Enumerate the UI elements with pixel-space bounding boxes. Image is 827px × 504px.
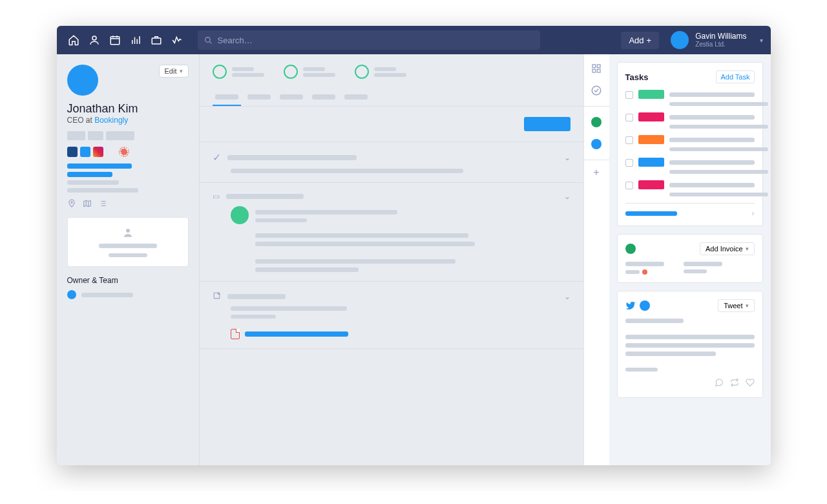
activity-icon[interactable] — [168, 31, 186, 49]
team-member-avatar[interactable] — [67, 290, 76, 299]
task-checkbox[interactable] — [625, 159, 633, 167]
text-placeholder — [669, 138, 755, 142]
map-icon[interactable] — [83, 199, 92, 211]
chevron-down-icon[interactable]: ⌄ — [564, 153, 571, 162]
svg-rect-1 — [110, 37, 120, 45]
svg-point-0 — [92, 36, 96, 40]
home-icon[interactable] — [65, 31, 83, 49]
rail-app-green[interactable] — [590, 116, 603, 129]
task-checkbox[interactable] — [625, 136, 633, 144]
tag-placeholder — [106, 131, 134, 140]
svg-rect-2 — [152, 38, 161, 44]
pdf-icon — [231, 329, 240, 339]
task-checkbox[interactable] — [625, 182, 633, 189]
chevron-down-icon[interactable]: ⌄ — [564, 192, 571, 201]
chevron-right-icon[interactable]: › — [752, 209, 755, 218]
feed-avatar[interactable] — [231, 206, 249, 224]
edit-button[interactable]: Edit▾ — [159, 65, 189, 78]
user-avatar — [671, 31, 689, 49]
link-placeholder[interactable] — [625, 211, 677, 216]
tab-item[interactable] — [309, 89, 338, 106]
task-checkbox[interactable] — [625, 91, 633, 99]
user-info: Gavin Williams Zestia Ltd. — [695, 32, 746, 48]
text-placeholder — [231, 169, 463, 173]
user-menu[interactable]: Gavin Williams Zestia Ltd. ▾ — [671, 31, 762, 49]
text-placeholder — [669, 193, 768, 196]
user-org: Zestia Ltd. — [695, 41, 746, 48]
rail-app-blue[interactable] — [590, 138, 603, 151]
task-row — [625, 112, 755, 129]
stage-item[interactable] — [355, 65, 406, 79]
tweet-button[interactable]: Tweet▾ — [718, 299, 754, 312]
text-placeholder — [669, 92, 755, 97]
feed-item: ✓ ⌄ — [200, 142, 583, 183]
twitter-icon[interactable] — [80, 147, 90, 157]
topbar: Add+ Gavin Williams Zestia Ltd. ▾ — [57, 26, 771, 54]
task-row — [625, 135, 755, 151]
social-icon[interactable] — [119, 147, 129, 157]
briefcase-icon[interactable] — [147, 31, 165, 49]
task-checkbox[interactable] — [625, 114, 633, 121]
heart-icon[interactable] — [746, 378, 755, 390]
submit-button[interactable] — [524, 117, 571, 131]
tab-item[interactable] — [245, 89, 273, 106]
add-invoice-button[interactable]: Add Invoice▾ — [700, 242, 754, 255]
tasks-panel: Tasks Add Task — [617, 62, 763, 226]
svg-rect-9 — [592, 69, 596, 72]
link-placeholder[interactable] — [67, 163, 132, 169]
stage-ring-icon — [355, 65, 369, 79]
social-placeholder[interactable] — [106, 147, 116, 157]
chart-icon[interactable] — [127, 31, 145, 49]
reply-icon[interactable] — [715, 378, 724, 390]
note-icon — [213, 291, 221, 302]
task-tag — [638, 158, 664, 167]
profile-avatar[interactable] — [67, 65, 98, 96]
tweet-actions — [625, 378, 755, 390]
text-placeholder — [109, 253, 147, 257]
facebook-icon[interactable] — [67, 147, 78, 157]
owner-team-title: Owner & Team — [67, 276, 189, 285]
person-icon[interactable] — [85, 31, 103, 49]
stage-item[interactable] — [284, 65, 335, 79]
chevron-down-icon[interactable]: ⌄ — [564, 292, 571, 301]
link-placeholder[interactable] — [67, 172, 112, 177]
invoice-panel: Add Invoice▾ — [617, 234, 763, 283]
plus-icon: + — [647, 36, 652, 45]
list-icon[interactable] — [98, 199, 107, 211]
company-link[interactable]: Bookingly — [94, 116, 128, 125]
tab-item[interactable] — [342, 89, 370, 106]
rail-add-button[interactable]: + — [584, 160, 609, 178]
grid-icon[interactable] — [590, 62, 603, 75]
attachment[interactable] — [231, 329, 571, 339]
stage-ring-icon — [213, 65, 227, 79]
calendar-icon[interactable] — [106, 31, 124, 49]
text-placeholder — [255, 218, 307, 222]
profile-card — [67, 217, 189, 267]
stage-item[interactable] — [213, 65, 264, 79]
instagram-icon[interactable] — [93, 147, 103, 157]
add-task-button[interactable]: Add Task — [716, 70, 754, 83]
check-circle-icon[interactable] — [590, 84, 603, 97]
tab-item[interactable] — [213, 89, 241, 106]
twitter-panel: Tweet▾ — [617, 291, 763, 398]
task-row — [625, 180, 755, 196]
tab-item[interactable] — [277, 89, 306, 106]
pin-icon[interactable] — [67, 199, 76, 211]
text-placeholder — [227, 294, 286, 299]
user-name: Gavin Williams — [695, 32, 746, 41]
text-placeholder — [226, 194, 304, 199]
retweet-icon[interactable] — [730, 378, 739, 390]
search-input[interactable] — [218, 36, 534, 45]
search-bar[interactable] — [198, 30, 540, 50]
text-placeholder — [67, 180, 119, 185]
chevron-down-icon: ▾ — [180, 68, 183, 74]
tag-placeholder — [67, 131, 85, 140]
text-placeholder — [81, 293, 133, 297]
text-placeholder — [669, 170, 768, 174]
team-row — [67, 290, 189, 299]
meta-icons — [67, 199, 189, 211]
add-button[interactable]: Add+ — [621, 32, 659, 49]
task-tag — [638, 90, 664, 99]
text-placeholder — [669, 125, 768, 129]
svg-point-11 — [592, 86, 601, 95]
